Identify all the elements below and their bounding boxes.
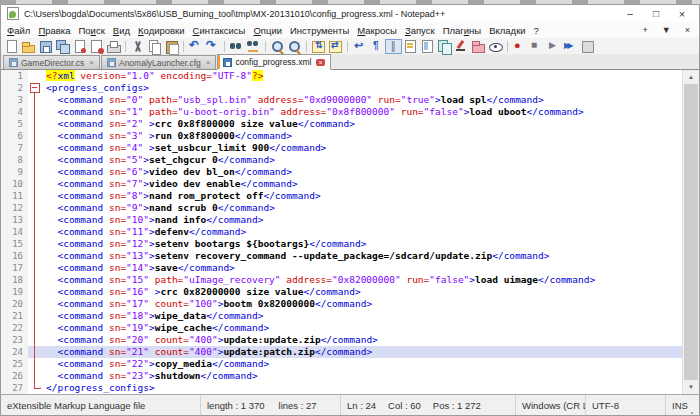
code-text[interactable]: <command sn="21" count="400">update:patc… (42, 346, 682, 358)
find-icon[interactable] (228, 39, 245, 54)
code-line[interactable]: 16 <command sn="13">setenv recovery_comm… (1, 250, 682, 262)
code-line[interactable]: 20 <command sn="17" count="100">bootm 0x… (1, 298, 682, 310)
macro-play-icon[interactable] (545, 39, 562, 54)
close-tab-icon[interactable]: × (206, 59, 211, 67)
close-tab-icon[interactable]: × (89, 59, 94, 67)
code-text[interactable]: <command sn="7">video dev enable</comman… (42, 178, 682, 190)
document-map-icon[interactable] (419, 39, 436, 54)
redo-icon[interactable] (204, 39, 221, 54)
menu-item[interactable]: Синтаксисы (189, 24, 250, 37)
code-line[interactable]: 22 <command sn="19">wipe_cache</command> (1, 322, 682, 334)
document-list-icon[interactable] (436, 39, 453, 54)
macro-save-icon[interactable] (579, 39, 596, 54)
code-line[interactable]: 4 <command sn="1" path="u-boot-orig.bin"… (1, 106, 682, 118)
code-line[interactable]: 11 <command sn="8">nand rom_protect off<… (1, 190, 682, 202)
save-all-icon[interactable] (54, 39, 71, 54)
code-line[interactable]: 3 <command sn="0" path="usb_spl.bin" add… (1, 94, 682, 106)
scrollbar-thumb[interactable] (684, 84, 698, 380)
menu-item[interactable]: Поиск (74, 24, 108, 37)
new-tab-button[interactable]: + (636, 25, 655, 35)
menu-item[interactable]: Кодировки (134, 24, 189, 37)
close-button[interactable]: × (669, 6, 695, 22)
code-line[interactable]: 2<progress_configs> (1, 82, 682, 94)
code-line[interactable]: 24 <command sn="21" count="400">update:p… (1, 346, 682, 358)
minimize-button[interactable]: – (617, 6, 643, 22)
title-bar[interactable]: C:\Users\bogda\Documents\5x86\USB_Burnin… (0, 4, 700, 22)
code-line[interactable]: 26 <command sn="23">shutdown</command> (1, 370, 682, 382)
function-list-icon[interactable] (402, 39, 419, 54)
code-line[interactable]: 18 <command sn="15" path="uImage_recover… (1, 274, 682, 286)
code-line[interactable]: 27</progress_configs> (1, 382, 682, 394)
undo-icon[interactable] (187, 39, 204, 54)
scroll-down-icon[interactable]: ▼ (683, 380, 699, 394)
cut-icon[interactable] (129, 39, 146, 54)
code-text[interactable]: <command sn="18">wipe_data</command> (42, 310, 682, 322)
code-text[interactable]: <command sn="8">nand rom_protect off</co… (42, 190, 682, 202)
menu-item[interactable]: Инструменты (286, 24, 353, 37)
code-line[interactable]: 23 <command sn="20" count="400">update:u… (1, 334, 682, 346)
sync-scroll-vertical-icon[interactable] (310, 39, 327, 54)
tab-gamedirector-cs[interactable]: GameDirector.cs× (3, 55, 100, 69)
code-line[interactable]: 6 <command sn="3" >run 0x8f800000</comma… (1, 130, 682, 142)
code-line[interactable]: 17 <command sn="14">save</command> (1, 262, 682, 274)
sync-scroll-horizontal-icon[interactable] (327, 39, 344, 54)
word-wrap-icon[interactable] (351, 39, 368, 54)
code-text[interactable]: <command sn="3" >run 0x8f800000</command… (42, 130, 682, 142)
menu-item[interactable]: ? (530, 24, 543, 37)
tab-anomalylauncher-cfg[interactable]: AnomalyLauncher.cfg× (101, 55, 216, 69)
code-line[interactable]: 13 <command sn="10">nand info</command> (1, 214, 682, 226)
menu-item[interactable]: Вид (109, 24, 134, 37)
code-text[interactable]: <command sn="4" >set_usbcur_limit 900</c… (42, 142, 682, 154)
close-document-button[interactable]: × (678, 25, 697, 35)
status-typing-mode[interactable]: INS (666, 395, 699, 415)
status-eol-format[interactable]: Windows (CR LF) (516, 395, 586, 415)
monitoring-icon[interactable] (487, 39, 504, 54)
menu-item[interactable]: Макросы (353, 24, 401, 37)
code-line[interactable]: 8 <command sn="5">set_chgcur 0</command> (1, 154, 682, 166)
menu-item[interactable]: Вкладки (485, 24, 529, 37)
close-icon[interactable] (71, 39, 88, 54)
zoom-in-icon[interactable] (269, 39, 286, 54)
menu-item[interactable]: Плагины (439, 24, 486, 37)
paste-icon[interactable] (163, 39, 180, 54)
new-file-icon[interactable] (3, 39, 20, 54)
code-text[interactable]: <command sn="2" >crc 0x8f800000 size val… (42, 118, 682, 130)
print-icon[interactable] (105, 39, 122, 54)
resize-grip[interactable] (690, 402, 693, 415)
maximize-button[interactable]: □ (643, 6, 669, 22)
show-all-characters-icon[interactable] (368, 39, 385, 54)
editor[interactable]: 1<?xml version="1.0" encoding="UTF-8"?>2… (0, 70, 700, 394)
close-all-icon[interactable] (88, 39, 105, 54)
menu-item[interactable]: Правка (34, 24, 74, 37)
code-line[interactable]: 21 <command sn="18">wipe_data</command> (1, 310, 682, 322)
tab-list-button[interactable]: ▼ (655, 25, 678, 35)
code-line[interactable]: 1<?xml version="1.0" encoding="UTF-8"?> (1, 70, 682, 82)
scroll-up-icon[interactable]: ▲ (683, 70, 699, 84)
code-text[interactable]: <command sn="0" path="usb_spl.bin" addre… (42, 94, 682, 106)
code-text[interactable]: <command sn="16" >crc 0x82000000 size va… (42, 286, 682, 298)
code-text[interactable]: <progress_configs> (42, 82, 682, 94)
code-line[interactable]: 14 <command sn="11">defenv</command> (1, 226, 682, 238)
code-text[interactable]: <command sn="20" count="400">update:upda… (42, 334, 682, 346)
code-line[interactable]: 19 <command sn="16" >crc 0x82000000 size… (1, 286, 682, 298)
code-line[interactable]: 15 <command sn="12">setenv bootargs ${bo… (1, 238, 682, 250)
code-text[interactable]: <command sn="5">set_chgcur 0</command> (42, 154, 682, 166)
code-line[interactable]: 5 <command sn="2" >crc 0x8f800000 size v… (1, 118, 682, 130)
code-text[interactable]: <command sn="11">defenv</command> (42, 226, 682, 238)
copy-icon[interactable] (146, 39, 163, 54)
code-text[interactable]: <command sn="10">nand info</command> (42, 214, 682, 226)
code-text[interactable]: <command sn="14">save</command> (42, 262, 682, 274)
code-text[interactable]: <command sn="15" path="uImage_recovery" … (42, 274, 682, 286)
macro-stop-icon[interactable] (528, 39, 545, 54)
menu-item[interactable]: Файл (3, 24, 34, 37)
folder-as-workspace-icon[interactable] (470, 39, 487, 54)
code-text[interactable]: <command sn="19">wipe_cache</command> (42, 322, 682, 334)
code-line[interactable]: 25 <command sn="22">copy_media</command> (1, 358, 682, 370)
open-file-icon[interactable] (20, 39, 37, 54)
code-text[interactable]: <command sn="1" path="u-boot-orig.bin" a… (42, 106, 682, 118)
fold-collapse-icon[interactable] (28, 82, 42, 94)
close-tab-icon[interactable]: × (316, 59, 324, 66)
indent-guide-icon[interactable] (385, 39, 402, 54)
status-encoding[interactable]: UTF-8 (586, 395, 666, 415)
menu-item[interactable]: Запуск (401, 24, 439, 37)
